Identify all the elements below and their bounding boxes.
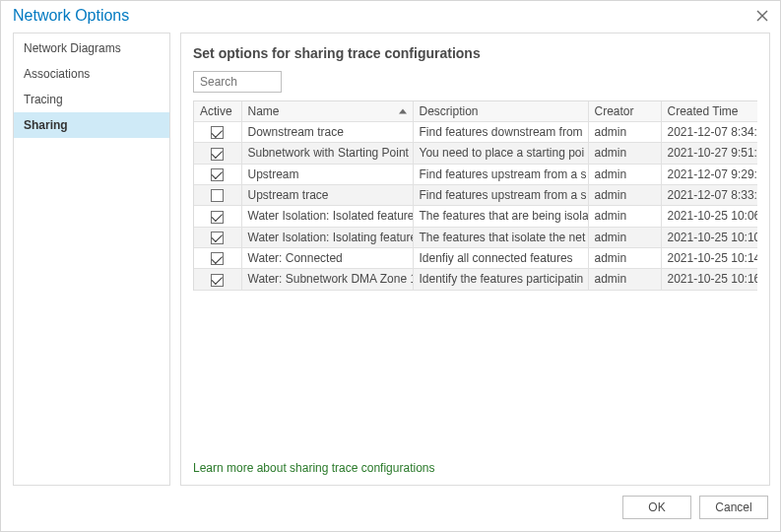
cell-description: The features that are being isola bbox=[413, 206, 588, 227]
cell-created-time: 2021-12-07 9:29:2 bbox=[661, 164, 757, 184]
cell-active bbox=[194, 206, 241, 227]
active-checkbox[interactable] bbox=[211, 232, 224, 244]
cell-active bbox=[194, 143, 241, 164]
cell-description: You need to place a starting poi bbox=[413, 143, 588, 164]
sidebar-item-tracing[interactable]: Tracing bbox=[14, 87, 169, 112]
active-checkbox[interactable] bbox=[211, 274, 224, 287]
cell-active bbox=[194, 269, 241, 290]
cell-active bbox=[194, 247, 241, 268]
sidebar-item-associations[interactable]: Associations bbox=[14, 61, 169, 87]
table-row[interactable]: UpstreamFind features upstream from a sa… bbox=[194, 164, 757, 184]
table-row[interactable]: Water: ConnectedIdenfiy all connected fe… bbox=[194, 247, 757, 268]
cell-creator: admin bbox=[588, 227, 661, 247]
cell-creator: admin bbox=[588, 164, 661, 184]
sidebar-item-label: Sharing bbox=[24, 118, 68, 132]
close-button[interactable] bbox=[754, 8, 770, 24]
sidebar-item-sharing[interactable]: Sharing bbox=[14, 112, 169, 138]
close-icon bbox=[756, 10, 768, 22]
ok-button[interactable]: OK bbox=[622, 496, 691, 519]
cell-active bbox=[194, 122, 241, 143]
cell-created-time: 2021-12-07 8:34:4 bbox=[661, 122, 757, 143]
main-panel: Set options for sharing trace configurat… bbox=[180, 33, 770, 486]
active-checkbox[interactable] bbox=[211, 252, 224, 265]
col-header-active[interactable]: Active bbox=[194, 101, 241, 122]
table-row[interactable]: Downstream traceFind features downstream… bbox=[194, 122, 757, 143]
cell-name: Downstream trace bbox=[241, 122, 413, 143]
cell-name: Water: Connected bbox=[241, 247, 413, 268]
dialog-body: Network Diagrams Associations Tracing Sh… bbox=[1, 33, 780, 486]
col-header-creator[interactable]: Creator bbox=[588, 101, 661, 122]
cell-active bbox=[194, 184, 241, 205]
cell-creator: admin bbox=[588, 122, 661, 143]
sidebar-item-network-diagrams[interactable]: Network Diagrams bbox=[14, 35, 169, 61]
active-checkbox[interactable] bbox=[211, 126, 224, 139]
cell-name: Upstream bbox=[241, 164, 413, 184]
cell-name: Water: Subnetwork DMA Zone 1 bbox=[241, 269, 413, 290]
learn-more-link[interactable]: Learn more about sharing trace configura… bbox=[193, 453, 757, 475]
table-row[interactable]: Water: Subnetwork DMA Zone 1Identify the… bbox=[194, 269, 757, 290]
dialog-title: Network Options bbox=[13, 7, 129, 25]
cell-created-time: 2021-12-07 8:33:4 bbox=[661, 184, 757, 205]
cell-creator: admin bbox=[588, 184, 661, 205]
active-checkbox[interactable] bbox=[211, 189, 224, 202]
active-checkbox[interactable] bbox=[211, 168, 224, 181]
search-input[interactable] bbox=[193, 71, 282, 93]
trace-config-table: Active Name Description Creator Created … bbox=[193, 100, 757, 291]
cell-creator: admin bbox=[588, 206, 661, 227]
cell-name: Subnetwork with Starting Point bbox=[241, 143, 413, 164]
cell-description: Idenfiy all connected features bbox=[413, 247, 588, 268]
cell-active bbox=[194, 164, 241, 184]
cell-description: Identify the features participatin bbox=[413, 269, 588, 290]
col-header-name[interactable]: Name bbox=[241, 101, 413, 122]
col-header-description[interactable]: Description bbox=[413, 101, 588, 122]
cell-creator: admin bbox=[588, 269, 661, 290]
cell-name: Water Isolation: Isolated features bbox=[241, 206, 413, 227]
table-row[interactable]: Upstream traceFind features upstream fro… bbox=[194, 184, 757, 205]
cell-created-time: 2021-10-25 10:06 bbox=[661, 206, 757, 227]
page-heading: Set options for sharing trace configurat… bbox=[193, 45, 757, 61]
table-row[interactable]: Subnetwork with Starting PointYou need t… bbox=[194, 143, 757, 164]
cell-name: Water Isolation: Isolating features bbox=[241, 227, 413, 247]
dialog-footer: OK Cancel bbox=[1, 486, 780, 531]
cell-name: Upstream trace bbox=[241, 184, 413, 205]
active-checkbox[interactable] bbox=[211, 148, 224, 161]
cell-creator: admin bbox=[588, 143, 661, 164]
cell-created-time: 2021-10-27 9:51:2 bbox=[661, 143, 757, 164]
table-header-row: Active Name Description Creator Created … bbox=[194, 101, 757, 122]
sidebar-item-label: Associations bbox=[24, 67, 90, 81]
sidebar-item-label: Network Diagrams bbox=[24, 41, 121, 55]
cancel-button[interactable]: Cancel bbox=[699, 496, 768, 519]
table-row[interactable]: Water Isolation: Isolating featuresThe f… bbox=[194, 227, 757, 247]
sort-ascending-icon bbox=[399, 109, 407, 114]
cell-created-time: 2021-10-25 10:16 bbox=[661, 269, 757, 290]
titlebar: Network Options bbox=[1, 1, 780, 33]
sidebar: Network Diagrams Associations Tracing Sh… bbox=[13, 33, 170, 486]
cell-active bbox=[194, 227, 241, 247]
sidebar-item-label: Tracing bbox=[24, 93, 63, 106]
cell-creator: admin bbox=[588, 247, 661, 268]
cell-description: Find features upstream from a s bbox=[413, 164, 588, 184]
col-header-created-time[interactable]: Created Time bbox=[661, 101, 757, 122]
cell-description: The features that isolate the net bbox=[413, 227, 588, 247]
cell-description: Find features upstream from a s bbox=[413, 184, 588, 205]
table-row[interactable]: Water Isolation: Isolated featuresThe fe… bbox=[194, 206, 757, 227]
active-checkbox[interactable] bbox=[211, 211, 224, 224]
network-options-dialog: Network Options Network Diagrams Associa… bbox=[0, 0, 781, 532]
cell-description: Find features downstream from bbox=[413, 122, 588, 143]
cell-created-time: 2021-10-25 10:10 bbox=[661, 227, 757, 247]
cell-created-time: 2021-10-25 10:14 bbox=[661, 247, 757, 268]
